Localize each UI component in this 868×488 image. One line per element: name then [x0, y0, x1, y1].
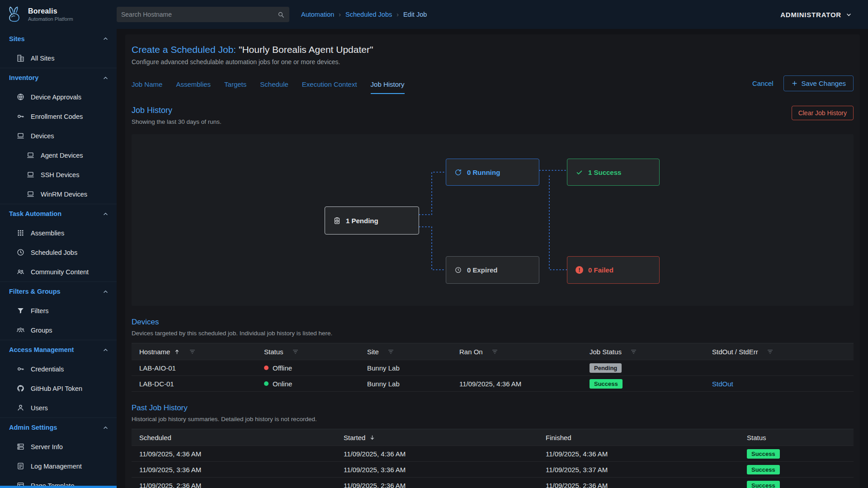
sidebar-scrollbar[interactable] [0, 486, 117, 488]
sidebar-item-community-content[interactable]: Community Content [0, 262, 117, 282]
status-badge: Success [747, 481, 780, 488]
node-expired[interactable]: 0 Expired [446, 256, 539, 284]
laptop-icon [26, 190, 35, 198]
sidebar-section-sites[interactable]: Sites [0, 29, 117, 48]
sidebar-item-groups[interactable]: Groups [0, 320, 117, 340]
node-success[interactable]: 1 Success [567, 159, 660, 186]
document-icon [16, 462, 25, 470]
column-site[interactable]: Site [367, 348, 459, 356]
node-running[interactable]: 0 Running [446, 159, 539, 186]
ran-on-cell: 11/09/2025, 4:36 AM [459, 380, 590, 388]
past-job-history-heading: Past Job History [132, 404, 317, 413]
past-table-header: Scheduled Started Finished Status [132, 429, 854, 446]
sidebar-section-admin-settings[interactable]: Admin Settings [0, 418, 117, 437]
sidebar-item-credentials[interactable]: Credentials [0, 359, 117, 379]
site-cell: Bunny Lab [367, 364, 459, 372]
column-started[interactable]: Started [344, 434, 546, 441]
site-cell: Bunny Lab [367, 380, 459, 388]
status-badge: Success [747, 449, 780, 459]
filter-list-icon[interactable] [292, 348, 299, 356]
grid-icon [16, 229, 25, 237]
clear-job-history-button[interactable]: Clear Job History [792, 106, 854, 120]
tab-job-history[interactable]: Job History [371, 80, 405, 94]
breadcrumb-separator: › [339, 11, 341, 18]
tab-schedule[interactable]: Schedule [260, 80, 288, 94]
sidebar-section-access-management[interactable]: Access Management [0, 340, 117, 359]
refresh-icon [454, 169, 462, 176]
filter-list-icon[interactable] [189, 348, 196, 356]
column-status[interactable]: Status [264, 348, 367, 356]
chevron-up-icon [102, 35, 109, 42]
tab-job-name[interactable]: Job Name [132, 80, 162, 94]
tab-bar: Job Name Assemblies Targets Schedule Exe… [132, 75, 854, 94]
sidebar-section-filters-groups[interactable]: Filters & Groups [0, 282, 117, 301]
column-finished[interactable]: Finished [546, 434, 747, 441]
tab-execution-context[interactable]: Execution Context [302, 80, 357, 94]
breadcrumb-scheduled-jobs[interactable]: Scheduled Jobs [345, 11, 392, 18]
breadcrumb-edit-job[interactable]: Edit Job [403, 11, 427, 18]
sidebar-item-enrollment-codes[interactable]: Enrollment Codes [0, 107, 117, 126]
hostname-cell: LAB-AIO-01 [139, 364, 264, 372]
search-icon[interactable] [277, 11, 285, 19]
clipboard-clock-icon [333, 217, 341, 225]
sidebar-section-inventory[interactable]: Inventory [0, 68, 117, 87]
filter-list-icon[interactable] [387, 348, 395, 356]
status-badge: Success [747, 465, 780, 474]
clock-icon [454, 266, 462, 274]
column-scheduled[interactable]: Scheduled [139, 434, 344, 441]
sort-asc-icon[interactable] [174, 348, 180, 355]
save-changes-button[interactable]: Save Changes [783, 75, 854, 91]
sidebar-item-server-info[interactable]: Server Info [0, 437, 117, 456]
key-icon [16, 365, 25, 373]
search-input[interactable] [121, 11, 277, 18]
page-title-job-name: "Hourly Borealis Agent Updater" [239, 44, 373, 55]
stdout-link[interactable]: StdOut [712, 380, 733, 388]
node-pending[interactable]: 1 Pending [325, 206, 419, 235]
page-title: Create a Scheduled Job: "Hourly Borealis… [132, 44, 854, 55]
user-menu[interactable]: ADMINISTRATOR [780, 11, 853, 19]
sidebar-item-github-api-token[interactable]: GitHub API Token [0, 379, 117, 398]
building-icon [16, 54, 25, 62]
sort-desc-icon[interactable] [369, 434, 376, 441]
column-stdout-stderr[interactable]: StdOut / StdErr [712, 348, 854, 356]
filter-list-icon[interactable] [766, 348, 774, 356]
sidebar-item-device-approvals[interactable]: Device Approvals [0, 87, 117, 107]
sidebar-item-assemblies[interactable]: Assemblies [0, 223, 117, 243]
column-status[interactable]: Status [747, 434, 854, 441]
breadcrumb-automation[interactable]: Automation [301, 11, 334, 18]
sidebar-item-winrm-devices[interactable]: WinRM Devices [0, 184, 117, 204]
funnel-icon [16, 306, 25, 315]
sidebar-item-agent-devices[interactable]: Agent Devices [0, 145, 117, 165]
filter-list-icon[interactable] [491, 348, 499, 356]
device-row-lab-aio-01: LAB-AIO-01 Offline Bunny Lab Pending [132, 360, 854, 376]
plus-icon [791, 80, 798, 87]
sidebar-section-task-automation[interactable]: Task Automation [0, 204, 117, 223]
sidebar-item-log-management[interactable]: Log Management [0, 456, 117, 476]
status-cell: Online [264, 380, 367, 388]
sidebar-item-users[interactable]: Users [0, 398, 117, 418]
sidebar-item-ssh-devices[interactable]: SSH Devices [0, 165, 117, 184]
sidebar-item-all-sites[interactable]: All Sites [0, 48, 117, 68]
sidebar-item-filters[interactable]: Filters [0, 301, 117, 320]
hostname-cell: LAB-DC-01 [139, 380, 264, 388]
laptop-icon [26, 151, 35, 160]
content-card: Create a Scheduled Job: "Hourly Borealis… [125, 34, 860, 488]
sidebar-item-devices[interactable]: Devices [0, 126, 117, 145]
page-subtitle: Configure advanced schedulable automatio… [132, 58, 854, 66]
laptop-icon [16, 131, 25, 140]
column-hostname[interactable]: Hostname [139, 348, 264, 356]
node-failed[interactable]: ! 0 Failed [567, 256, 660, 284]
past-job-history-table: Scheduled Started Finished Status 11/09/… [132, 429, 854, 488]
tab-targets[interactable]: Targets [224, 80, 246, 94]
history-row: 11/09/2025, 3:36 AM 11/09/2025, 3:36 AM … [132, 462, 854, 478]
error-icon: ! [576, 266, 583, 274]
sidebar-item-scheduled-jobs[interactable]: Scheduled Jobs [0, 243, 117, 262]
column-job-status[interactable]: Job Status [590, 348, 712, 356]
column-ran-on[interactable]: Ran On [459, 348, 590, 356]
cancel-button[interactable]: Cancel [752, 80, 774, 87]
search-box [117, 7, 289, 22]
devices-table-header: Hostname Status Site Ran On Job S [132, 343, 854, 360]
filter-list-icon[interactable] [630, 348, 637, 356]
breadcrumb-separator: › [396, 11, 399, 18]
tab-assemblies[interactable]: Assemblies [176, 80, 211, 94]
